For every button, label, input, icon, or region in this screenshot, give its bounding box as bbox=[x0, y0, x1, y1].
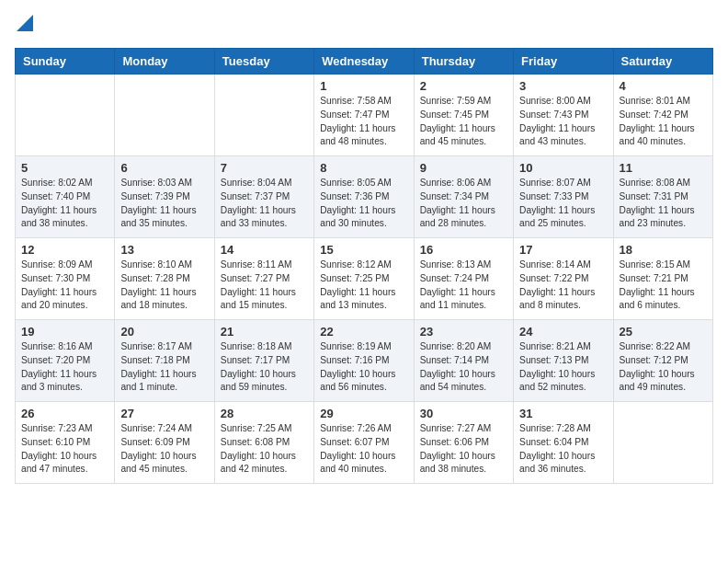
cell-detail: Sunrise: 8:05 AMSunset: 7:36 PMDaylight:… bbox=[320, 177, 407, 231]
day-number: 28 bbox=[221, 407, 308, 420]
weekday-header-sunday: Sunday bbox=[16, 49, 115, 75]
calendar-cell: 6 Sunrise: 8:03 AMSunset: 7:39 PMDayligh… bbox=[115, 156, 214, 238]
cell-detail: Sunrise: 8:10 AMSunset: 7:28 PMDaylight:… bbox=[120, 259, 208, 313]
day-number: 3 bbox=[519, 79, 607, 93]
day-number: 29 bbox=[320, 407, 407, 420]
cell-detail: Sunrise: 8:22 AMSunset: 7:12 PMDaylight:… bbox=[620, 340, 707, 395]
day-number: 24 bbox=[519, 325, 607, 339]
calendar-cell: 13 Sunrise: 8:10 AMSunset: 7:28 PMDaylig… bbox=[115, 238, 214, 320]
calendar-week-row: 12 Sunrise: 8:09 AMSunset: 7:30 PMDaylig… bbox=[16, 238, 713, 320]
day-number: 7 bbox=[221, 161, 308, 175]
day-number: 4 bbox=[620, 79, 707, 93]
day-number: 17 bbox=[519, 243, 607, 257]
calendar-cell: 24 Sunrise: 8:21 AMSunset: 7:13 PMDaylig… bbox=[514, 320, 613, 402]
cell-detail: Sunrise: 8:17 AMSunset: 7:18 PMDaylight:… bbox=[120, 340, 208, 395]
calendar-cell: 1 Sunrise: 7:58 AMSunset: 7:47 PMDayligh… bbox=[314, 75, 414, 156]
day-number: 8 bbox=[320, 161, 407, 175]
cell-detail: Sunrise: 8:04 AMSunset: 7:37 PMDaylight:… bbox=[221, 177, 308, 231]
cell-detail: Sunrise: 7:58 AMSunset: 7:47 PMDaylight:… bbox=[320, 95, 407, 149]
cell-detail: Sunrise: 8:14 AMSunset: 7:22 PMDaylight:… bbox=[519, 259, 607, 313]
calendar-cell: 28 Sunrise: 7:25 AMSunset: 6:08 PMDaylig… bbox=[214, 402, 313, 484]
day-number: 19 bbox=[21, 325, 108, 339]
calendar-cell: 2 Sunrise: 7:59 AMSunset: 7:45 PMDayligh… bbox=[414, 75, 513, 156]
calendar-cell: 7 Sunrise: 8:04 AMSunset: 7:37 PMDayligh… bbox=[214, 156, 313, 238]
calendar-week-row: 1 Sunrise: 7:58 AMSunset: 7:47 PMDayligh… bbox=[16, 75, 713, 156]
cell-detail: Sunrise: 8:19 AMSunset: 7:16 PMDaylight:… bbox=[320, 340, 407, 395]
day-number: 13 bbox=[120, 243, 208, 257]
svg-marker-0 bbox=[17, 15, 33, 31]
cell-detail: Sunrise: 8:13 AMSunset: 7:24 PMDaylight:… bbox=[420, 259, 507, 313]
cell-detail: Sunrise: 7:59 AMSunset: 7:45 PMDaylight:… bbox=[420, 95, 507, 149]
calendar-cell: 30 Sunrise: 7:27 AMSunset: 6:06 PMDaylig… bbox=[414, 402, 513, 484]
calendar-cell: 26 Sunrise: 7:23 AMSunset: 6:10 PMDaylig… bbox=[16, 402, 115, 484]
day-number: 10 bbox=[519, 161, 607, 175]
calendar-cell: 5 Sunrise: 8:02 AMSunset: 7:40 PMDayligh… bbox=[16, 156, 115, 238]
day-number: 6 bbox=[120, 161, 208, 175]
weekday-header-monday: Monday bbox=[115, 49, 214, 75]
cell-detail: Sunrise: 8:03 AMSunset: 7:39 PMDaylight:… bbox=[120, 177, 208, 231]
cell-detail: Sunrise: 8:16 AMSunset: 7:20 PMDaylight:… bbox=[21, 340, 108, 395]
day-number: 1 bbox=[320, 79, 407, 93]
calendar-cell: 22 Sunrise: 8:19 AMSunset: 7:16 PMDaylig… bbox=[314, 320, 414, 402]
day-number: 14 bbox=[221, 243, 308, 257]
weekday-header-saturday: Saturday bbox=[613, 49, 712, 75]
day-number: 26 bbox=[21, 407, 108, 420]
cell-detail: Sunrise: 8:01 AMSunset: 7:42 PMDaylight:… bbox=[620, 95, 707, 149]
cell-detail: Sunrise: 8:18 AMSunset: 7:17 PMDaylight:… bbox=[221, 340, 308, 395]
cell-detail: Sunrise: 7:23 AMSunset: 6:10 PMDaylight:… bbox=[21, 422, 108, 477]
cell-detail: Sunrise: 8:12 AMSunset: 7:25 PMDaylight:… bbox=[320, 259, 407, 313]
calendar-cell: 3 Sunrise: 8:00 AMSunset: 7:43 PMDayligh… bbox=[514, 75, 613, 156]
day-number: 11 bbox=[620, 161, 707, 175]
weekday-header-row: SundayMondayTuesdayWednesdayThursdayFrid… bbox=[16, 49, 713, 75]
day-number: 27 bbox=[120, 407, 208, 420]
cell-detail: Sunrise: 7:27 AMSunset: 6:06 PMDaylight:… bbox=[420, 422, 507, 477]
calendar-cell: 16 Sunrise: 8:13 AMSunset: 7:24 PMDaylig… bbox=[414, 238, 513, 320]
day-number: 21 bbox=[221, 325, 308, 339]
calendar-cell bbox=[214, 75, 313, 156]
day-number: 15 bbox=[320, 243, 407, 257]
calendar-cell: 12 Sunrise: 8:09 AMSunset: 7:30 PMDaylig… bbox=[16, 238, 115, 320]
calendar-cell: 31 Sunrise: 7:28 AMSunset: 6:04 PMDaylig… bbox=[514, 402, 613, 484]
calendar-cell: 21 Sunrise: 8:18 AMSunset: 7:17 PMDaylig… bbox=[214, 320, 313, 402]
calendar-cell bbox=[613, 402, 712, 484]
calendar-cell: 19 Sunrise: 8:16 AMSunset: 7:20 PMDaylig… bbox=[16, 320, 115, 402]
weekday-header-friday: Friday bbox=[514, 49, 613, 75]
day-number: 31 bbox=[519, 407, 607, 420]
calendar-cell: 20 Sunrise: 8:17 AMSunset: 7:18 PMDaylig… bbox=[115, 320, 214, 402]
cell-detail: Sunrise: 8:21 AMSunset: 7:13 PMDaylight:… bbox=[519, 340, 607, 395]
day-number: 20 bbox=[120, 325, 208, 339]
calendar-week-row: 5 Sunrise: 8:02 AMSunset: 7:40 PMDayligh… bbox=[16, 156, 713, 238]
calendar-cell: 25 Sunrise: 8:22 AMSunset: 7:12 PMDaylig… bbox=[613, 320, 712, 402]
day-number: 30 bbox=[420, 407, 507, 420]
calendar-week-row: 19 Sunrise: 8:16 AMSunset: 7:20 PMDaylig… bbox=[16, 320, 713, 402]
cell-detail: Sunrise: 8:15 AMSunset: 7:21 PMDaylight:… bbox=[620, 259, 707, 313]
logo bbox=[15, 15, 33, 37]
cell-detail: Sunrise: 8:09 AMSunset: 7:30 PMDaylight:… bbox=[21, 259, 108, 313]
calendar-cell: 29 Sunrise: 7:26 AMSunset: 6:07 PMDaylig… bbox=[314, 402, 414, 484]
calendar-cell: 23 Sunrise: 8:20 AMSunset: 7:14 PMDaylig… bbox=[414, 320, 513, 402]
cell-detail: Sunrise: 8:07 AMSunset: 7:33 PMDaylight:… bbox=[519, 177, 607, 231]
weekday-header-thursday: Thursday bbox=[414, 49, 513, 75]
page-header bbox=[15, 15, 713, 37]
calendar-cell: 4 Sunrise: 8:01 AMSunset: 7:42 PMDayligh… bbox=[613, 75, 712, 156]
day-number: 18 bbox=[620, 243, 707, 257]
calendar-cell: 14 Sunrise: 8:11 AMSunset: 7:27 PMDaylig… bbox=[214, 238, 313, 320]
cell-detail: Sunrise: 8:00 AMSunset: 7:43 PMDaylight:… bbox=[519, 95, 607, 149]
calendar-cell: 8 Sunrise: 8:05 AMSunset: 7:36 PMDayligh… bbox=[314, 156, 414, 238]
cell-detail: Sunrise: 7:25 AMSunset: 6:08 PMDaylight:… bbox=[221, 422, 308, 477]
day-number: 22 bbox=[320, 325, 407, 339]
calendar-table: SundayMondayTuesdayWednesdayThursdayFrid… bbox=[15, 48, 713, 484]
cell-detail: Sunrise: 8:11 AMSunset: 7:27 PMDaylight:… bbox=[221, 259, 308, 313]
cell-detail: Sunrise: 8:02 AMSunset: 7:40 PMDaylight:… bbox=[21, 177, 108, 231]
calendar-cell: 15 Sunrise: 8:12 AMSunset: 7:25 PMDaylig… bbox=[314, 238, 414, 320]
day-number: 9 bbox=[420, 161, 507, 175]
day-number: 12 bbox=[21, 243, 108, 257]
calendar-week-row: 26 Sunrise: 7:23 AMSunset: 6:10 PMDaylig… bbox=[16, 402, 713, 484]
weekday-header-wednesday: Wednesday bbox=[314, 49, 414, 75]
cell-detail: Sunrise: 7:24 AMSunset: 6:09 PMDaylight:… bbox=[120, 422, 208, 477]
calendar-cell: 17 Sunrise: 8:14 AMSunset: 7:22 PMDaylig… bbox=[514, 238, 613, 320]
logo-icon bbox=[17, 15, 33, 31]
cell-detail: Sunrise: 7:28 AMSunset: 6:04 PMDaylight:… bbox=[519, 422, 607, 477]
calendar-cell: 27 Sunrise: 7:24 AMSunset: 6:09 PMDaylig… bbox=[115, 402, 214, 484]
day-number: 5 bbox=[21, 161, 108, 175]
